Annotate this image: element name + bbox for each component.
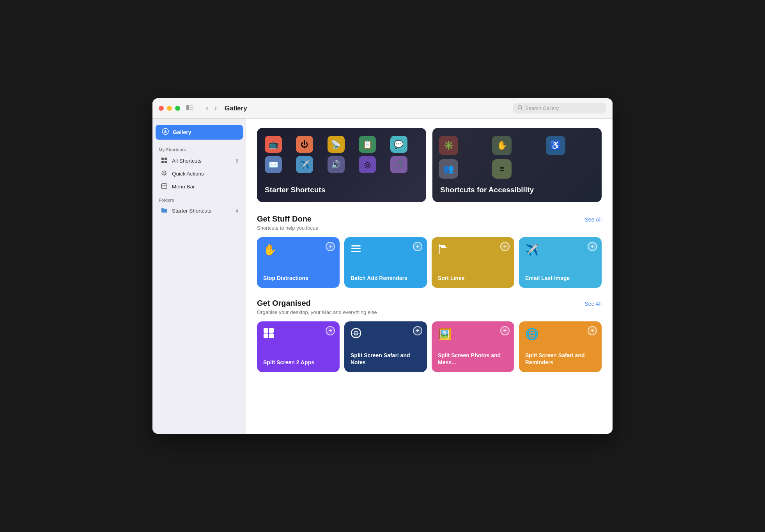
minimize-button[interactable] [167,106,172,111]
svg-rect-7 [161,158,164,160]
sort-lines-add-button[interactable]: + [500,242,510,251]
accessibility-title: Shortcuts for Accessibility [440,186,534,194]
app-window: ‹ › Gallery [152,98,613,434]
split-screen-safari-reminders-icon: 🌐 [525,328,595,340]
svg-rect-16 [351,251,361,252]
menubar-icon [160,183,168,190]
sort-lines-label: Sort Lines [438,275,508,282]
svg-rect-22 [264,333,268,338]
sidebar-all-shortcuts-badge: 5 [236,158,238,164]
get-stuff-done-title: Get Stuff Done [257,215,312,223]
hero-icon-1: 📺 [265,136,282,153]
starter-shortcuts-card[interactable]: 📺 ⏻ 📡 📋 💬 ✉️ ✈️ 🔊 ◎ 🎵 Starter Shortcuts [257,128,426,202]
split-screen-safari-reminders-add-button[interactable]: + [588,326,597,335]
sidebar-item-menu-bar[interactable]: Menu Bar [154,180,244,193]
email-last-image-card[interactable]: + ✈️ Email Last Image [519,237,602,288]
grid-icon [160,157,168,165]
split-screen-2apps-card[interactable]: + Split Screen 2 Apps [257,321,340,372]
svg-rect-2 [189,107,193,108]
sidebar-starter-shortcuts-badge: 4 [236,208,238,214]
split-screen-2apps-add-button[interactable]: + [326,326,335,335]
starter-shortcuts-title: Starter Shortcuts [265,186,325,194]
main-layout: Gallery My Shortcuts All Shortcuts 5 [152,119,613,434]
traffic-lights [159,106,180,111]
sidebar-quick-actions-label: Quick Actions [172,171,238,177]
my-shortcuts-section-label: My Shortcuts [152,146,246,154]
svg-rect-10 [165,161,167,163]
fullscreen-button[interactable] [175,106,180,111]
svg-rect-15 [351,248,361,249]
get-organised-see-all-button[interactable]: See All [584,301,602,307]
sidebar-item-all-shortcuts[interactable]: All Shortcuts 5 [154,154,244,167]
split-screen-photos-mess-card[interactable]: + 🖼️ Split Screen Photos and Mess... [432,321,514,372]
split-screen-safari-reminders-label: Split Screen Safari and Reminders [525,352,595,366]
acc-icon-5: ≡ [492,159,512,179]
acc-icon-4: 👥 [439,159,458,179]
get-stuff-done-grid: + ✋ Stop Distractions + Batch Add Remind [257,237,602,288]
get-stuff-done-see-all-button[interactable]: See All [584,216,602,223]
get-organised-title: Get Organised [257,299,311,308]
batch-add-reminders-card[interactable]: + Batch Add Reminders [344,237,427,288]
svg-rect-18 [439,244,440,254]
split-screen-photos-mess-add-button[interactable]: + [500,326,510,335]
svg-rect-14 [351,245,361,246]
back-button[interactable]: ‹ [204,103,210,113]
stop-distractions-card[interactable]: + ✋ Stop Distractions [257,237,340,288]
hero-icon-4: 📋 [359,136,376,153]
sidebar-item-quick-actions[interactable]: Quick Actions [154,167,244,180]
batch-add-reminders-add-button[interactable]: + [413,242,422,251]
hero-icon-9: ◎ [359,156,376,173]
sidebar-gallery-label: Gallery [173,129,191,135]
sidebar-toggle-button[interactable] [185,103,195,113]
split-screen-photos-mess-icon: 🖼️ [438,328,508,340]
svg-rect-3 [189,109,193,110]
sidebar-all-shortcuts-label: All Shortcuts [172,158,232,164]
hero-icon-3: 📡 [328,136,345,153]
folder-icon [160,207,168,214]
split-screen-safari-notes-card[interactable]: + Split Screen Safari and Notes [344,321,427,372]
batch-add-reminders-icon [351,243,421,257]
sort-lines-icon [438,243,508,257]
gallery-icon [162,128,169,137]
sidebar-item-starter-shortcuts[interactable]: Starter Shortcuts 4 [154,205,244,217]
sort-lines-card[interactable]: + Sort Lines [432,237,514,288]
hero-row: 📺 ⏻ 📡 📋 💬 ✉️ ✈️ 🔊 ◎ 🎵 Starter Shortcuts [257,128,602,202]
svg-rect-21 [269,328,274,333]
svg-rect-0 [186,105,189,110]
get-organised-grid: + Split Screen 2 Apps + [257,321,602,372]
svg-line-5 [521,109,523,110]
hero-icon-7: ✈️ [296,156,313,173]
split-screen-photos-mess-label: Split Screen Photos and Mess... [438,352,508,366]
sidebar-starter-shortcuts-label: Starter Shortcuts [172,208,232,214]
split-screen-safari-notes-add-button[interactable]: + [413,326,422,335]
split-screen-safari-reminders-card[interactable]: + 🌐 Split Screen Safari and Reminders [519,321,602,372]
search-input[interactable] [525,105,602,111]
starter-icons-grid: 📺 ⏻ 📡 📋 💬 ✉️ ✈️ 🔊 ◎ 🎵 [257,128,426,177]
hero-icon-5: 💬 [390,136,407,153]
search-icon [517,105,523,112]
hero-icon-6: ✉️ [265,156,282,173]
split-screen-2apps-label: Split Screen 2 Apps [263,359,333,366]
sidebar-item-gallery[interactable]: Gallery [156,125,243,140]
acc-icon-2: ✋ [492,136,512,155]
close-button[interactable] [159,106,164,111]
folders-section-label: Folders [152,193,246,205]
forward-button[interactable]: › [213,103,218,113]
split-screen-safari-notes-label: Split Screen Safari and Notes [351,352,421,366]
page-title: Gallery [225,105,247,112]
sidebar: Gallery My Shortcuts All Shortcuts 5 [152,119,246,434]
get-stuff-done-subtitle: Shortcuts to help you focus [257,225,602,231]
svg-rect-23 [269,333,274,338]
stop-distractions-add-button[interactable]: + [326,242,335,251]
split-screen-safari-notes-icon [351,328,421,341]
get-organised-header: Get Organised See All [257,299,602,308]
titlebar: ‹ › Gallery [152,98,613,119]
svg-rect-12 [161,184,167,188]
split-screen-2apps-icon [263,328,333,341]
hero-icon-10: 🎵 [390,156,407,173]
stop-distractions-label: Stop Distractions [263,275,333,282]
content-area: 📺 ⏻ 📡 📋 💬 ✉️ ✈️ 🔊 ◎ 🎵 Starter Shortcuts [246,119,613,434]
email-last-image-add-button[interactable]: + [588,242,597,251]
accessibility-card[interactable]: ✳️ ✋ ♿ 👥 ≡ Shortcuts for Accessibility [432,128,602,202]
hero-icon-8: 🔊 [328,156,345,173]
